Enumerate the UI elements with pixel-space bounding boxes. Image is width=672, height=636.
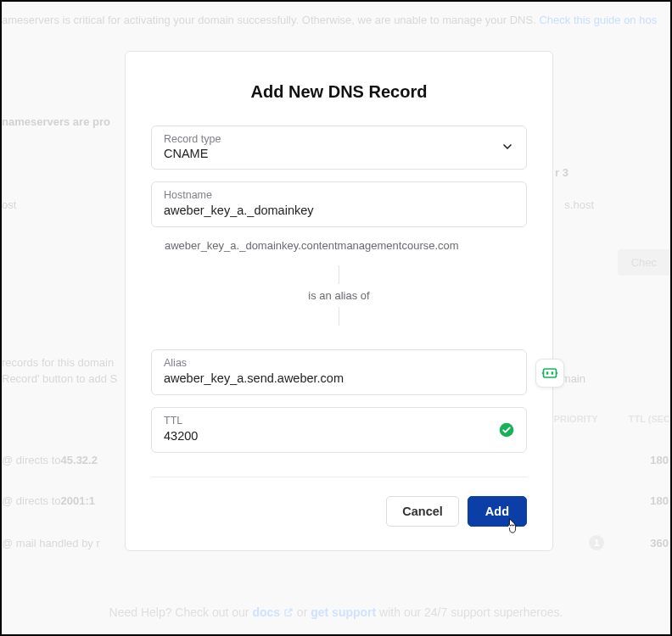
hostname-preview: aweber_key_a._domainkey.contentmanagemen… — [151, 239, 527, 252]
robot-icon — [541, 366, 558, 380]
add-dns-record-modal: Add New DNS Record Record type CNAME Hos… — [125, 51, 553, 551]
chevron-down-icon — [501, 140, 514, 153]
add-button[interactable]: Add — [468, 496, 527, 527]
svg-rect-3 — [552, 371, 554, 374]
record-type-value: CNAME — [164, 147, 501, 160]
alias-separator: is an alias of — [151, 265, 527, 326]
modal-divider — [151, 477, 527, 477]
record-type-select[interactable]: Record type CNAME — [151, 126, 527, 170]
hostname-input[interactable] — [164, 204, 514, 217]
modal-actions: Cancel Add — [151, 496, 527, 527]
alias-field-wrap[interactable]: Alias — [151, 349, 527, 395]
alias-label: Alias — [164, 357, 514, 369]
cancel-button[interactable]: Cancel — [386, 496, 459, 527]
record-type-label: Record type — [164, 133, 501, 145]
ttl-input[interactable] — [164, 429, 514, 443]
svg-rect-2 — [546, 371, 549, 374]
ttl-label: TTL — [164, 415, 514, 427]
check-circle-icon — [499, 422, 514, 438]
hostname-field-wrap[interactable]: Hostname — [151, 181, 527, 227]
ttl-field-wrap[interactable]: TTL — [151, 407, 527, 453]
svg-rect-1 — [544, 369, 557, 377]
password-manager-icon[interactable] — [535, 359, 564, 388]
alias-input[interactable] — [164, 371, 514, 385]
hostname-label: Hostname — [164, 189, 514, 201]
modal-title: Add New DNS Record — [151, 82, 527, 102]
